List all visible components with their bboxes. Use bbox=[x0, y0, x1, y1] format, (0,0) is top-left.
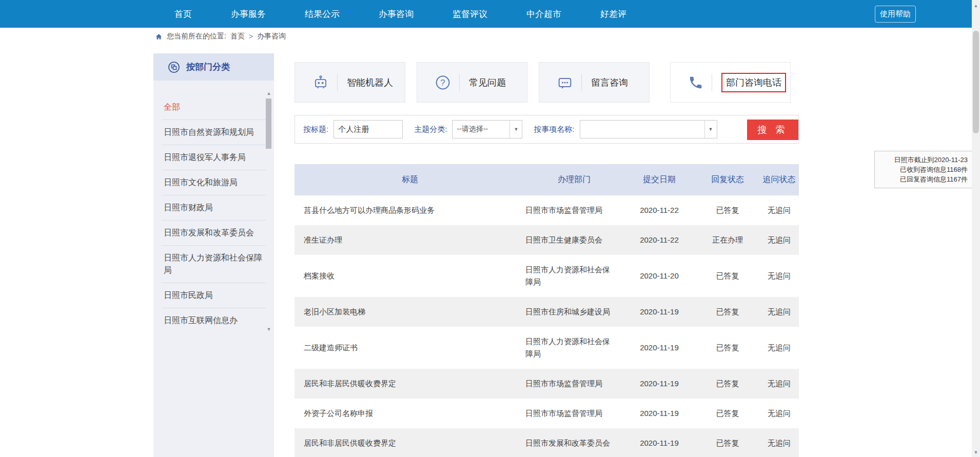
chevron-down-icon: ▼ bbox=[704, 121, 717, 138]
nav-item-agency[interactable]: 中介超市 bbox=[526, 8, 561, 20]
row-followup-status: 无追问 bbox=[759, 369, 799, 399]
tab-department-phone[interactable]: 部门咨询电话 bbox=[670, 62, 791, 103]
tab-faq[interactable]: ? 常见问题 bbox=[417, 62, 527, 103]
sidebar-item-culture-tourism[interactable]: 日照市文化和旅游局 bbox=[162, 170, 266, 195]
row-date: 2020-11-19 bbox=[623, 327, 696, 369]
main-content: 智能机器人 ? 常见问题 bbox=[295, 62, 799, 457]
row-dept: 日照市市场监督管理局 bbox=[525, 369, 623, 399]
row-followup-status: 无追问 bbox=[759, 399, 799, 428]
row-reply-status: 已答复 bbox=[696, 297, 759, 327]
row-dept: 日照市人力资源和社会保障局 bbox=[525, 255, 623, 297]
page: 首页 办事服务 结果公示 办事咨询 监督评议 中介超市 好差评 使用帮助 您当前… bbox=[0, 0, 980, 457]
stats-line-date: 日照市截止到2020-11-23 bbox=[879, 155, 968, 165]
scroll-up-icon[interactable]: ▲ bbox=[972, 3, 980, 8]
nav-item-services[interactable]: 办事服务 bbox=[231, 8, 266, 20]
header-dept: 办理部门 bbox=[525, 164, 623, 195]
breadcrumb-current[interactable]: 办事咨询 bbox=[257, 32, 286, 41]
row-followup-status: 无追问 bbox=[759, 327, 799, 369]
row-reply-status: 已答复 bbox=[696, 399, 759, 428]
tab-department-phone-label: 部门咨询电话 bbox=[721, 73, 786, 92]
sidebar-item-civil-affairs[interactable]: 日照市民政局 bbox=[162, 283, 266, 308]
consult-tabs: 智能机器人 ? 常见问题 bbox=[295, 62, 799, 103]
sidebar-scroll-up-icon[interactable]: ▲ bbox=[266, 90, 272, 96]
topic-select[interactable]: --请选择-- ▼ bbox=[452, 120, 522, 138]
sidebar-item-development-reform[interactable]: 日照市发展和改革委员会 bbox=[162, 221, 266, 246]
table-row[interactable]: 外资子公司名称申报 日照市市场监督管理局 2020-11-19 已答复 无追问 bbox=[295, 399, 799, 428]
row-title[interactable]: 二级建造师证书 bbox=[295, 327, 525, 369]
header-followup: 追问状态 bbox=[759, 164, 799, 195]
table-row[interactable]: 居民和非居民供暖收费界定 日照市发展和改革委员会 2020-11-19 已答复 … bbox=[295, 428, 799, 457]
sidebar-item-all[interactable]: 全部 bbox=[162, 95, 266, 120]
nav-item-results[interactable]: 结果公示 bbox=[305, 8, 340, 20]
search-bar: 按标题: 主题分类: --请选择-- ▼ 按事项名称: ▼ 搜 索 bbox=[295, 115, 799, 144]
stats-line-replied: 已回复咨询信息1167件 bbox=[879, 174, 968, 184]
phone-icon bbox=[688, 75, 703, 90]
sidebar-item-natural-resources[interactable]: 日照市自然资源和规划局 bbox=[162, 120, 266, 145]
row-date: 2020-11-19 bbox=[623, 428, 696, 457]
title-search-label: 按标题: bbox=[303, 125, 328, 134]
row-date: 2020-11-19 bbox=[623, 369, 696, 399]
tab-leave-message-label: 留言咨询 bbox=[591, 76, 628, 89]
table-row[interactable]: 档案接收 日照市人力资源和社会保障局 2020-11-20 已答复 无追问 bbox=[295, 255, 799, 297]
row-title[interactable]: 档案接收 bbox=[295, 255, 525, 297]
row-title[interactable]: 准生证办理 bbox=[295, 225, 525, 255]
row-dept: 日照市人力资源和社会保障局 bbox=[525, 327, 623, 369]
table-row[interactable]: 二级建造师证书 日照市人力资源和社会保障局 2020-11-19 已答复 无追问 bbox=[295, 327, 799, 369]
title-search-input[interactable] bbox=[334, 120, 403, 138]
nav-item-consult[interactable]: 办事咨询 bbox=[379, 8, 414, 20]
row-reply-status: 已答复 bbox=[696, 327, 759, 369]
topic-filter-label: 主题分类: bbox=[414, 125, 447, 134]
scroll-down-icon[interactable]: ▼ bbox=[972, 450, 980, 455]
row-title[interactable]: 居民和非居民供暖收费界定 bbox=[295, 428, 525, 457]
message-icon bbox=[557, 74, 573, 91]
table-row[interactable]: 准生证办理 日照市卫生健康委员会 2020-11-22 正在办理 无追问 bbox=[295, 225, 799, 255]
row-followup-status: 无追问 bbox=[759, 428, 799, 457]
table-row[interactable]: 老旧小区加装电梯 日照市住房和城乡建设局 2020-11-19 已答复 无追问 bbox=[295, 297, 799, 327]
nav-item-supervision[interactable]: 监督评议 bbox=[453, 8, 487, 20]
tab-divider bbox=[337, 74, 338, 91]
row-dept: 日照市市场监督管理局 bbox=[525, 195, 623, 225]
row-title[interactable]: 老旧小区加装电梯 bbox=[295, 297, 525, 327]
row-followup-status: 无追问 bbox=[759, 255, 799, 297]
sidebar-item-human-resources[interactable]: 日照市人力资源和社会保障局 bbox=[162, 246, 266, 283]
page-scrollbar[interactable]: ▲ ▼ bbox=[972, 0, 980, 457]
sidebar-scroll-down-icon[interactable]: ▼ bbox=[266, 326, 272, 332]
top-navbar: 首页 办事服务 结果公示 办事咨询 监督评议 中介超市 好差评 使用帮助 bbox=[0, 0, 972, 28]
sidebar-header: 按部门分类 bbox=[153, 53, 274, 81]
sidebar-scrollbar-thumb[interactable] bbox=[266, 98, 271, 149]
row-title[interactable]: 外资子公司名称申报 bbox=[295, 399, 525, 428]
row-date: 2020-11-22 bbox=[623, 225, 696, 255]
department-list: 全部 日照市自然资源和规划局 日照市退役军人事务局 日照市文化和旅游局 日照市财… bbox=[153, 81, 274, 333]
home-icon bbox=[155, 33, 163, 41]
sidebar-item-finance[interactable]: 日照市财政局 bbox=[162, 195, 266, 221]
nav-menu: 首页 办事服务 结果公示 办事咨询 监督评议 中介超市 好差评 bbox=[174, 0, 626, 28]
search-button[interactable]: 搜 索 bbox=[747, 120, 798, 140]
row-date: 2020-11-19 bbox=[623, 297, 696, 327]
sidebar-item-veterans[interactable]: 日照市退役军人事务局 bbox=[162, 145, 266, 170]
row-dept: 日照市卫生健康委员会 bbox=[525, 225, 623, 255]
topic-select-value: --请选择-- bbox=[453, 125, 488, 134]
page-scrollbar-thumb[interactable] bbox=[973, 31, 979, 133]
row-followup-status: 无追问 bbox=[759, 195, 799, 225]
row-reply-status: 已答复 bbox=[696, 195, 759, 225]
table-row[interactable]: 莒县什么地方可以办理商品条形码业务 日照市市场监督管理局 2020-11-22 … bbox=[295, 195, 799, 225]
help-button[interactable]: 使用帮助 bbox=[875, 6, 916, 23]
tab-smart-robot-label: 智能机器人 bbox=[347, 76, 393, 89]
breadcrumb-home-link[interactable]: 首页 bbox=[230, 32, 245, 41]
item-name-select[interactable]: ▼ bbox=[580, 120, 717, 138]
tab-smart-robot[interactable]: 智能机器人 bbox=[295, 62, 405, 103]
nav-item-rating[interactable]: 好差评 bbox=[600, 8, 626, 20]
svg-text:?: ? bbox=[440, 77, 445, 87]
row-date: 2020-11-20 bbox=[623, 255, 696, 297]
row-title[interactable]: 莒县什么地方可以办理商品条形码业务 bbox=[295, 195, 525, 225]
row-date: 2020-11-22 bbox=[623, 195, 696, 225]
chevron-down-icon: ▼ bbox=[509, 121, 522, 138]
table-header: 标题 办理部门 提交日期 回复状态 追问状态 bbox=[295, 164, 799, 195]
row-dept: 日照市发展和改革委员会 bbox=[525, 428, 623, 457]
row-title[interactable]: 居民和非居民供暖收费界定 bbox=[295, 369, 525, 399]
table-row[interactable]: 居民和非居民供暖收费界定 日照市市场监督管理局 2020-11-19 已答复 无… bbox=[295, 369, 799, 399]
sidebar-item-internet-info[interactable]: 日照市互联网信息办 bbox=[162, 308, 266, 333]
nav-item-home[interactable]: 首页 bbox=[174, 8, 192, 20]
tab-leave-message[interactable]: 留言咨询 bbox=[539, 62, 650, 103]
breadcrumb: 您当前所在的位置: 首页 > 办事咨询 bbox=[155, 32, 286, 41]
